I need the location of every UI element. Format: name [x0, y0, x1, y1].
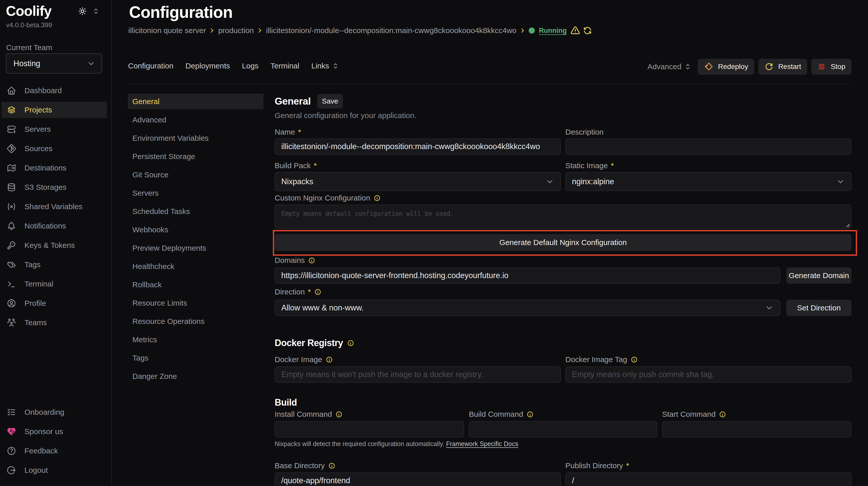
static-image-select[interactable]: nginx:alpine — [565, 172, 851, 191]
info-icon[interactable] — [374, 195, 380, 201]
sidebar-item-terminal[interactable]: Terminal — [0, 276, 111, 292]
sidebar-item-s3storages[interactable]: S3 Storages — [0, 179, 111, 195]
breadcrumb-environment[interactable]: production — [218, 26, 254, 35]
sidebar-item-servers[interactable]: Servers — [0, 121, 111, 137]
sidebar-item-sponsor[interactable]: Sponsor us — [0, 423, 111, 440]
sidebar-item-teams[interactable]: Teams — [0, 315, 111, 331]
submenu-item-advanced[interactable]: Advanced — [128, 112, 264, 128]
home-icon — [7, 86, 16, 95]
sidebar-item-shared-variables[interactable]: Shared Variables — [0, 198, 111, 215]
nginx-config-textarea[interactable]: Empty means default configuration will b… — [275, 204, 851, 229]
sidebar-item-onboarding[interactable]: Onboarding — [0, 404, 111, 420]
submenu-item-servers[interactable]: Servers — [128, 185, 264, 201]
theme-sun-icon[interactable] — [78, 7, 87, 16]
framework-docs-link[interactable]: Framework Specific Docs — [446, 440, 518, 447]
publish-directory-field: Publish Directory* / — [565, 461, 851, 486]
submenu-item-scheduled-tasks[interactable]: Scheduled Tasks — [128, 203, 264, 219]
submenu-item-danger-zone[interactable]: Danger Zone — [128, 368, 264, 384]
domains-input[interactable]: https://illicitonion-quote-server-fronte… — [275, 267, 780, 284]
info-icon[interactable] — [328, 462, 335, 469]
description-input[interactable] — [565, 138, 851, 155]
tab-logs[interactable]: Logs — [242, 62, 259, 70]
restart-button[interactable]: Restart — [758, 59, 807, 75]
set-direction-button[interactable]: Set Direction — [786, 300, 851, 316]
tab-links[interactable]: Links — [311, 62, 329, 70]
start-command-input[interactable] — [662, 421, 851, 438]
direction-select[interactable]: Allow www & non-www. — [275, 300, 780, 316]
submenu-item-rollback[interactable]: Rollback — [128, 277, 264, 292]
sidebar-item-dashboard[interactable]: Dashboard — [0, 83, 111, 99]
advanced-label: Advanced — [647, 62, 681, 71]
submenu-item-healthcheck[interactable]: Healthcheck — [128, 259, 264, 274]
install-command-field: Install Command — [275, 410, 464, 438]
sidebar-item-destinations[interactable]: Destinations — [0, 160, 111, 176]
submenu-item-webhooks[interactable]: Webhooks — [128, 222, 264, 237]
info-icon[interactable] — [308, 257, 315, 264]
info-icon[interactable] — [336, 411, 342, 418]
start-command-label: Start Command — [662, 410, 716, 419]
docker-image-tag-label: Docker Image Tag — [565, 355, 627, 364]
submenu-item-environment-variables[interactable]: Environment Variables — [128, 130, 264, 146]
advanced-menu[interactable]: Advanced — [647, 62, 691, 71]
sidebar-item-sources[interactable]: Sources — [0, 140, 111, 157]
name-input[interactable]: illicitestonion/-module--decomposition:m… — [275, 138, 561, 155]
map-x-icon — [7, 163, 16, 173]
settings-submenu: GeneralAdvancedEnvironment VariablesPers… — [128, 94, 264, 387]
sidebar-item-profile[interactable]: Profile — [0, 295, 111, 312]
refresh-icon[interactable] — [583, 26, 592, 35]
submenu-item-tags[interactable]: Tags — [128, 350, 264, 366]
sidebar-item-notifications[interactable]: Notifications — [0, 218, 111, 234]
submenu-item-git-source[interactable]: Git Source — [128, 167, 264, 183]
sidebar-item-tags[interactable]: Tags — [0, 257, 111, 273]
sidebar-item-keys-tokens[interactable]: Keys & Tokens — [0, 237, 111, 253]
stop-button[interactable]: Stop — [811, 59, 851, 75]
base-directory-input[interactable]: /quote-app/frontend — [275, 473, 561, 486]
redeploy-button[interactable]: Redeploy — [698, 59, 754, 75]
docker-image-placeholder: Empty means it won't push the image to a… — [281, 370, 483, 379]
submenu-item-resource-operations[interactable]: Resource Operations — [128, 314, 264, 329]
generate-domain-button[interactable]: Generate Domain — [786, 267, 851, 284]
save-button[interactable]: Save — [317, 94, 343, 108]
submenu-item-metrics[interactable]: Metrics — [128, 332, 264, 347]
submenu-item-resource-limits[interactable]: Resource Limits — [128, 295, 264, 311]
instance-selector-icon[interactable] — [92, 7, 100, 15]
info-icon[interactable] — [347, 340, 354, 347]
stop-icon — [817, 62, 826, 71]
build-command-input[interactable] — [469, 421, 657, 438]
build-pack-select[interactable]: Nixpacks — [275, 172, 561, 191]
tab-configuration[interactable]: Configuration — [128, 62, 173, 70]
resize-handle[interactable] — [844, 222, 850, 227]
chevron-right-icon — [519, 27, 526, 34]
tab-terminal[interactable]: Terminal — [271, 62, 299, 70]
tab-deployments[interactable]: Deployments — [185, 62, 230, 70]
required-asterisk: * — [298, 128, 301, 136]
sidebar-item-projects[interactable]: Projects — [2, 102, 107, 118]
sidebar-item-feedback[interactable]: Feedback — [0, 443, 111, 459]
submenu-item-preview-deployments[interactable]: Preview Deployments — [128, 240, 264, 256]
info-icon[interactable] — [326, 356, 333, 363]
info-icon[interactable] — [719, 411, 726, 418]
info-icon[interactable] — [527, 411, 533, 418]
breadcrumb-project[interactable]: illicitonion quote server — [128, 26, 206, 35]
status-running-link[interactable]: Running — [539, 27, 567, 35]
general-form: General Save General configuration for y… — [275, 90, 851, 486]
chevron-down-icon — [546, 177, 554, 186]
install-command-input[interactable] — [275, 421, 464, 438]
static-image-value: nginx:alpine — [572, 177, 614, 186]
status-dot — [529, 28, 535, 34]
info-icon[interactable] — [314, 289, 321, 295]
team-select[interactable]: Hosting — [6, 54, 102, 73]
docker-image-tag-placeholder: Empty means only push commit sha tag. — [572, 370, 714, 379]
warning-icon[interactable] — [570, 26, 580, 35]
publish-directory-input[interactable]: / — [565, 473, 851, 486]
sidebar-item-label: Shared Variables — [25, 202, 83, 211]
submenu-item-persistent-storage[interactable]: Persistent Storage — [128, 149, 264, 164]
docker-image-input[interactable]: Empty means it won't push the image to a… — [275, 366, 561, 383]
breadcrumb-application[interactable]: illicitestonion/-module--decomposition:m… — [266, 26, 517, 35]
submenu-item-general[interactable]: General — [128, 94, 264, 109]
info-icon[interactable] — [631, 356, 638, 363]
chevron-down-icon — [765, 303, 774, 312]
sidebar-item-logout[interactable]: Logout — [0, 462, 111, 478]
docker-image-tag-input[interactable]: Empty means only push commit sha tag. — [565, 366, 851, 383]
restart-label: Restart — [778, 63, 801, 71]
